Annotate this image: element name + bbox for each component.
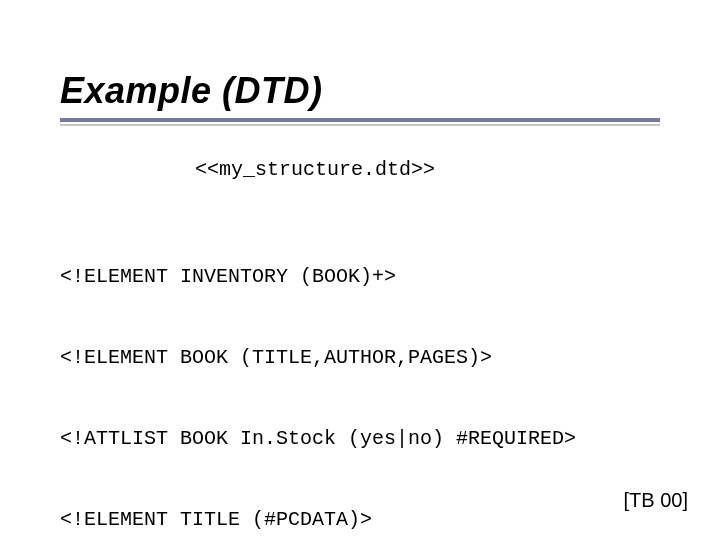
title-rule-bottom (60, 124, 660, 126)
code-line: <!ELEMENT BOOK (TITLE,AUTHOR,PAGES)> (60, 344, 660, 371)
page-title: Example (DTD) (60, 70, 660, 112)
title-block: Example (DTD) (60, 70, 660, 126)
citation-footer: [TB 00] (624, 489, 688, 512)
filename-row: <<my_structure.dtd>> (60, 158, 660, 181)
code-line: <!ELEMENT INVENTORY (BOOK)+> (60, 263, 660, 290)
code-line: <!ELEMENT TITLE (#PCDATA)> (60, 506, 660, 533)
dtd-code-block: <!ELEMENT INVENTORY (BOOK)+> <!ELEMENT B… (60, 209, 660, 540)
title-rule-top (60, 118, 660, 122)
slide: Example (DTD) <<my_structure.dtd>> <!ELE… (0, 0, 720, 540)
code-line: <!ATTLIST BOOK In.Stock (yes|no) #REQUIR… (60, 425, 660, 452)
filename-label: <<my_structure.dtd>> (195, 158, 435, 181)
